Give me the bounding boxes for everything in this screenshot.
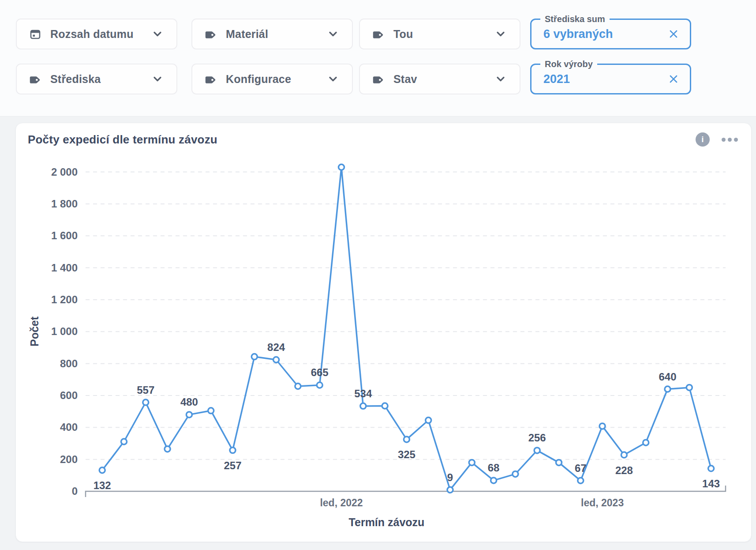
filter-dropdown-rozsah-datumu[interactable]: Rozsah datumu — [16, 19, 177, 49]
x-tick-label: led, 2023 — [581, 497, 624, 509]
data-point-label: 640 — [659, 371, 676, 383]
data-point-label: 9 — [447, 471, 453, 483]
active-filter-value: 6 vybraných — [543, 27, 613, 41]
x-axis-line — [86, 486, 726, 497]
data-point-label: 325 — [398, 448, 415, 460]
filter-dropdown-konfigurace[interactable]: Konfigurace — [191, 64, 353, 94]
y-axis-title: Počet — [28, 316, 41, 347]
filter-label: Materiál — [226, 28, 268, 41]
active-filter-label: Střediska sum — [540, 13, 610, 25]
tag-icon — [205, 73, 217, 85]
y-tick-label: 1 400 — [51, 262, 78, 274]
data-point-label: 68 — [488, 462, 500, 474]
data-point[interactable] — [556, 460, 562, 465]
data-point[interactable] — [339, 164, 344, 170]
line-chart: 02004006008001 0001 2001 4001 6001 8002 … — [16, 123, 751, 542]
data-point-label: 67 — [575, 462, 587, 474]
filter-label: Tou — [393, 28, 413, 41]
y-tick-label: 1 600 — [51, 230, 78, 241]
data-point[interactable] — [599, 423, 605, 429]
x-tick-label: led, 2022 — [320, 497, 363, 509]
data-point[interactable] — [404, 437, 409, 442]
chevron-down-icon — [327, 28, 339, 40]
data-point[interactable] — [621, 452, 627, 458]
chart-card: Počty expedicí dle termínu závozu i 0200… — [15, 123, 752, 542]
data-point[interactable] — [186, 412, 192, 418]
filter-dropdown-material[interactable]: Materiál — [191, 19, 353, 49]
y-tick-label: 1 800 — [51, 198, 78, 210]
data-point[interactable] — [317, 382, 322, 388]
tag-icon — [29, 73, 41, 85]
filter-label: Střediska — [50, 73, 101, 86]
active-filter-value: 2021 — [543, 72, 570, 86]
dashboard-page: { "filters": { "dropdowns": [ { "label":… — [0, 0, 756, 550]
chevron-down-icon — [327, 73, 339, 85]
data-point[interactable] — [208, 408, 214, 414]
chevron-down-icon — [152, 28, 163, 40]
data-point-label: 257 — [224, 460, 241, 471]
y-tick-label: 400 — [60, 421, 78, 433]
y-tick-label: 600 — [60, 389, 78, 401]
close-icon[interactable] — [667, 27, 680, 41]
active-filter-rok-vyroby[interactable]: Rok výroby 2021 — [530, 64, 691, 94]
data-point[interactable] — [99, 467, 105, 473]
data-point[interactable] — [513, 471, 518, 477]
calendar-icon — [29, 28, 41, 40]
filter-dropdown-strediska[interactable]: Střediska — [16, 64, 177, 94]
data-point-label: 256 — [528, 432, 546, 444]
filter-dropdown-stav[interactable]: Stav — [359, 64, 520, 94]
chevron-down-icon — [152, 73, 163, 85]
data-point-label: 480 — [180, 396, 198, 408]
data-point[interactable] — [708, 466, 714, 471]
data-point[interactable] — [686, 384, 692, 390]
data-point[interactable] — [165, 446, 170, 452]
tag-icon — [205, 28, 217, 40]
data-point[interactable] — [426, 418, 431, 423]
data-point-label: 143 — [702, 478, 720, 490]
active-filter-strediska-sum[interactable]: Střediska sum 6 vybraných — [530, 19, 691, 49]
data-point-label: 557 — [137, 384, 154, 396]
data-point[interactable] — [643, 440, 649, 445]
data-point[interactable] — [469, 460, 475, 465]
data-point-label: 228 — [615, 464, 633, 476]
data-point[interactable] — [273, 357, 279, 362]
filter-label: Stav — [393, 73, 417, 86]
data-point-label: 665 — [311, 366, 329, 378]
data-point[interactable] — [360, 403, 366, 409]
y-tick-label: 1 200 — [51, 294, 78, 305]
x-axis-title: Termín závozu — [349, 516, 425, 528]
data-point[interactable] — [230, 448, 236, 453]
active-filter-label: Rok výroby — [540, 58, 597, 70]
data-point[interactable] — [382, 403, 388, 409]
tag-icon — [372, 73, 385, 85]
chevron-down-icon — [495, 28, 506, 40]
y-tick-label: 0 — [72, 485, 78, 497]
data-point[interactable] — [578, 478, 584, 483]
data-point[interactable] — [143, 399, 149, 405]
data-point[interactable] — [121, 439, 127, 445]
data-point[interactable] — [534, 448, 540, 453]
data-point[interactable] — [251, 354, 257, 360]
y-tick-label: 800 — [60, 358, 78, 369]
data-point-label: 534 — [354, 388, 372, 399]
chevron-down-icon — [495, 73, 506, 85]
y-tick-label: 200 — [60, 453, 78, 465]
close-icon[interactable] — [667, 72, 680, 86]
filter-label: Konfigurace — [226, 73, 291, 86]
data-point[interactable] — [447, 487, 453, 493]
data-point[interactable] — [295, 384, 301, 389]
data-point[interactable] — [491, 478, 497, 483]
filter-panel: Rozsah datumu Materiál Tou — [0, 0, 756, 117]
tag-icon — [372, 28, 385, 40]
data-point-label: 824 — [267, 341, 285, 353]
data-point[interactable] — [665, 386, 670, 392]
y-tick-label: 2 000 — [51, 166, 78, 178]
filter-label: Rozsah datumu — [50, 28, 134, 41]
data-point-label: 132 — [94, 479, 111, 491]
y-tick-label: 1 000 — [51, 325, 78, 337]
filter-dropdown-tou[interactable]: Tou — [359, 19, 520, 49]
